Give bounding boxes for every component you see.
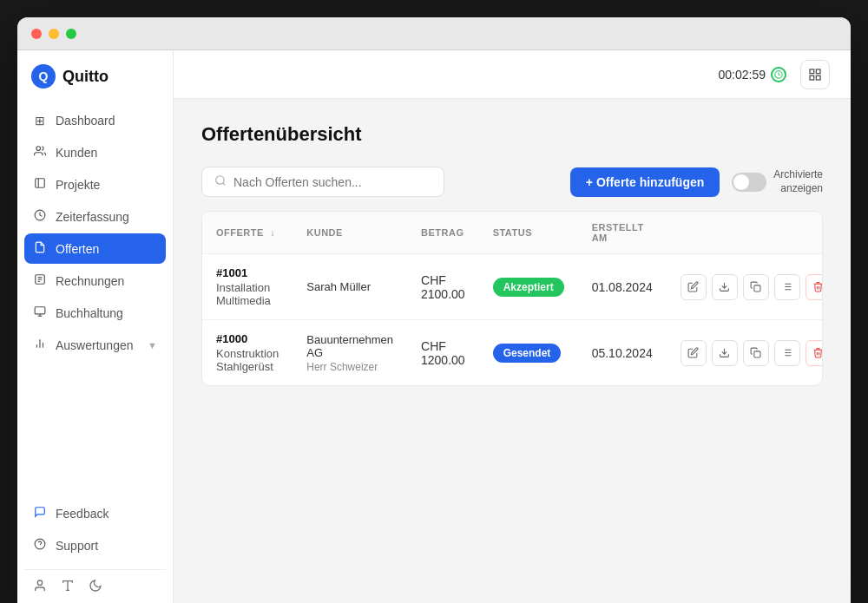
sidebar-item-kunden[interactable]: Kunden	[24, 137, 166, 167]
kunde-cell: Sarah Müller	[293, 254, 407, 320]
sidebar-item-buchhaltung[interactable]: Buchhaltung	[24, 298, 166, 328]
delete-button[interactable]	[806, 340, 823, 366]
svg-point-24	[216, 176, 224, 184]
col-erstellt-am: ERSTELLT AM	[578, 212, 667, 254]
search-box[interactable]	[201, 167, 444, 197]
offerten-table: OFFERTE ↓ KUNDE BETRAG STA	[202, 212, 823, 385]
svg-rect-22	[810, 75, 814, 80]
col-actions	[667, 212, 823, 254]
add-offerte-button[interactable]: + Offerte hinzufügen	[570, 167, 720, 197]
sidebar-item-auswertungen[interactable]: Auswertungen ▼	[24, 330, 166, 360]
status-badge: Gesendet	[493, 344, 562, 363]
sidebar-item-label: Feedback	[56, 507, 108, 521]
kunde-name: Sarah Müller	[306, 280, 393, 293]
download-button[interactable]	[712, 340, 738, 366]
sidebar: Q Quitto ⊞ Dashboard Kunden	[17, 50, 174, 603]
sidebar-item-zeiterfassung[interactable]: Zeiterfassung	[24, 201, 166, 232]
archive-toggle-switch[interactable]	[732, 173, 766, 192]
page-content: Offertenübersicht + Offerte hinzufügen A	[174, 99, 851, 603]
sidebar-item-label: Projekte	[56, 178, 100, 192]
copy-button[interactable]	[743, 274, 769, 300]
status-cell: Gesendet	[479, 320, 578, 386]
timer-icon	[771, 67, 786, 82]
svg-rect-27	[754, 285, 760, 292]
download-button[interactable]	[712, 274, 738, 300]
offerte-name: Konstruktion Stahlgerüst	[216, 347, 279, 373]
feedback-icon	[33, 506, 47, 521]
chevron-down-icon: ▼	[148, 340, 157, 351]
sidebar-item-label: Rechnungen	[56, 274, 124, 288]
search-icon	[214, 174, 227, 189]
status-cell: Akzeptiert	[479, 254, 578, 320]
titlebar	[17, 17, 851, 50]
svg-point-0	[36, 147, 41, 151]
amount-cell: CHF 2100.00	[407, 254, 479, 320]
archive-label: Archivierteanzeigen	[773, 168, 823, 195]
language-icon[interactable]	[61, 579, 75, 596]
sidebar-item-feedback[interactable]: Feedback	[24, 498, 166, 528]
offerten-icon	[33, 241, 47, 256]
edit-button[interactable]	[681, 340, 707, 366]
sort-arrow-icon: ↓	[270, 228, 275, 238]
dashboard-icon: ⊞	[33, 114, 47, 128]
kunden-icon	[33, 145, 47, 160]
sidebar-footer	[24, 569, 166, 596]
sidebar-item-label: Support	[56, 539, 98, 553]
status-badge: Akzeptiert	[493, 278, 564, 297]
amount-cell: CHF 1200.00	[407, 320, 479, 386]
search-input[interactable]	[233, 175, 431, 189]
offerte-cell: #1000 Konstruktion Stahlgerüst	[202, 320, 293, 386]
toolbar: + Offerte hinzufügen Archivierteanzeigen	[201, 167, 823, 197]
col-offerte[interactable]: OFFERTE ↓	[202, 212, 293, 254]
sidebar-item-rechnungen[interactable]: Rechnungen	[24, 265, 166, 296]
kunde-cell: Bauunternehmen AG Herr Schweizer	[293, 320, 407, 386]
sidebar-item-label: Zeiterfassung	[56, 210, 129, 224]
sidebar-item-support[interactable]: Support	[24, 530, 166, 560]
archive-toggle: Archivierteanzeigen	[732, 168, 823, 195]
sidebar-item-offerten[interactable]: Offerten	[24, 233, 166, 264]
support-icon	[33, 538, 47, 553]
user-icon[interactable]	[33, 579, 47, 596]
edit-button[interactable]	[681, 274, 707, 300]
svg-point-16	[37, 580, 42, 585]
table-container: OFFERTE ↓ KUNDE BETRAG STA	[201, 211, 823, 386]
delete-button[interactable]	[806, 274, 823, 300]
svg-rect-20	[810, 69, 814, 74]
copy-button[interactable]	[743, 340, 769, 366]
actions-cell	[667, 254, 823, 320]
list-button[interactable]	[774, 274, 800, 300]
svg-rect-8	[35, 307, 45, 314]
offerte-cell: #1001 Installation Multimedia	[202, 254, 293, 320]
toolbar-right: + Offerte hinzufügen Archivierteanzeigen	[570, 167, 823, 197]
dark-mode-icon[interactable]	[89, 579, 102, 596]
list-button[interactable]	[774, 340, 800, 366]
main-content: 00:02:59 Offertenübersicht	[174, 50, 851, 603]
logo-icon: Q	[31, 64, 56, 88]
sidebar-bottom: Feedback Support	[17, 498, 173, 603]
sidebar-item-dashboard[interactable]: ⊞ Dashboard	[24, 106, 166, 135]
projekte-icon	[33, 177, 47, 192]
zeiterfassung-icon	[33, 209, 47, 224]
date-cell: 05.10.2024	[578, 320, 667, 386]
sidebar-nav: ⊞ Dashboard Kunden Projekte	[17, 106, 173, 498]
offerte-name: Installation Multimedia	[216, 281, 279, 307]
svg-rect-21	[816, 69, 820, 74]
kunde-name: Bauunternehmen AG	[306, 333, 393, 359]
page-title: Offertenübersicht	[201, 123, 823, 146]
col-kunde: KUNDE	[293, 212, 407, 254]
close-button[interactable]	[31, 29, 42, 39]
topbar-grid-button[interactable]	[800, 60, 830, 89]
traffic-lights	[31, 29, 76, 39]
sidebar-item-projekte[interactable]: Projekte	[24, 169, 166, 200]
col-status: STATUS	[479, 212, 578, 254]
maximize-button[interactable]	[66, 29, 76, 39]
minimize-button[interactable]	[49, 29, 59, 39]
timer-value: 00:02:59	[719, 68, 766, 82]
sidebar-item-label: Offerten	[56, 242, 99, 256]
date-cell: 01.08.2024	[578, 254, 667, 320]
rechnungen-icon	[33, 273, 47, 288]
sidebar-item-label: Kunden	[56, 146, 97, 160]
svg-line-25	[223, 183, 226, 186]
topbar-right: 00:02:59	[719, 60, 831, 89]
logo: Q Quitto	[17, 64, 173, 106]
